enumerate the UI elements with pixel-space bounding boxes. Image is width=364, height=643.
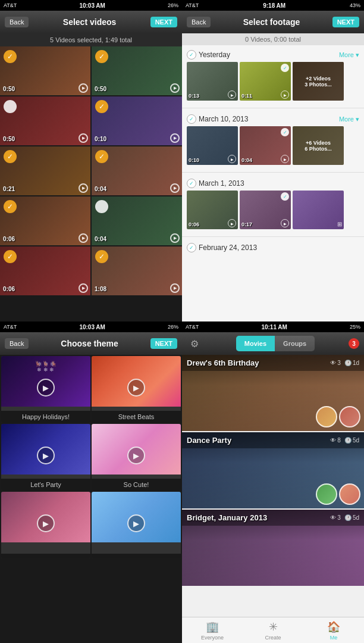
carrier-4: AT&T [186, 324, 199, 330]
back-button-3[interactable]: Back [5, 338, 29, 349]
footage-thumb-y3[interactable]: +2 Videos 3 Photos... [293, 62, 344, 101]
status-bar-1: AT&T 10:03 AM 26% [0, 0, 182, 11]
tab-movies[interactable]: Movies [236, 336, 275, 351]
section-header-feb24: ✓ February 24, 2013 [187, 241, 359, 255]
everyone-icon: 🏢 [206, 620, 219, 633]
carrier-2: AT&T [186, 2, 199, 8]
tab-bar-me[interactable]: 🏠 Me [303, 617, 364, 643]
theme-love[interactable]: ▶ [1, 492, 90, 558]
video-thumb-7[interactable]: ✓ 0:06 ▶ [0, 196, 90, 245]
back-button-1[interactable]: Back [5, 17, 29, 27]
footage-row-yesterday: 0:13 ▶ ✓ 0:11 ▶ +2 Videos 3 Photos... [187, 62, 359, 104]
divider-1 [182, 108, 364, 108]
section-date-march1: March 1, 2013 [199, 179, 244, 188]
nav-title-2: Select footage [211, 17, 332, 27]
next-button-1[interactable]: NEXT [150, 17, 177, 27]
ft-more-photos-y3: 3 Photos... [305, 82, 332, 88]
next-button-3[interactable]: NEXT [150, 338, 177, 349]
time-1: 10:03 AM [79, 2, 105, 9]
status-bar-3: AT&T 10:03 AM 26% [0, 322, 182, 332]
movie-meta-1: 👁 3 🕐 1d [330, 360, 359, 366]
section-header-march1: ✓ March 1, 2013 [187, 176, 359, 191]
check-3 [4, 100, 17, 113]
more-btn-march10[interactable]: More ▾ [339, 116, 359, 123]
duration-2: 0:50 [95, 86, 106, 92]
footage-thumb-y2[interactable]: ✓ 0:11 ▶ [240, 62, 291, 101]
movie-days-1: 🕐 1d [344, 360, 359, 366]
section-date-march10: March 10, 2013 [199, 115, 248, 123]
video-thumb-8[interactable]: 0:04 ▶ [92, 196, 182, 245]
movie-meta-3: 👁 3 🕐 5d [330, 514, 359, 521]
video-thumb-9[interactable]: ✓ 0:06 ▶ [0, 246, 90, 295]
nav-title-1: Select videos [29, 17, 150, 27]
theme-street-beats[interactable]: ▶ Street Beats [92, 356, 181, 423]
footage-scroll[interactable]: ✓ Yesterday More ▾ 0:13 ▶ ✓ 0:11 ▶ +2 Vi… [182, 45, 364, 317]
footage-thumb-r1[interactable]: 0:06 ▶ [187, 191, 238, 229]
video-thumb-1[interactable]: ✓ 0:50 ▶ [0, 46, 90, 95]
play-icon-7: ▶ [79, 233, 88, 243]
next-button-2[interactable]: NEXT [332, 17, 359, 27]
footage-thumb-m3[interactable]: +6 Videos 6 Photos... [293, 126, 344, 165]
check-text-march10: ✓ March 10, 2013 [187, 114, 248, 124]
ft-more-videos-m3: +6 Videos [306, 140, 331, 146]
movie-item-dance-party[interactable]: Dance Party 👁 8 🕐 5d [182, 432, 364, 508]
footage-section-march1: ✓ March 1, 2013 0:06 ▶ ✓ 0:17 ▶ ⊞ [182, 174, 364, 235]
footage-thumb-y1[interactable]: 0:13 ▶ [187, 62, 238, 101]
status-bar-2: AT&T 9:18 AM 43% [182, 0, 364, 11]
video-thumb-10[interactable]: ✓ 1:08 ▶ [92, 246, 182, 295]
select-videos-panel: AT&T 10:03 AM 26% Back Select videos NEX… [0, 0, 182, 322]
more-btn-yesterday[interactable]: More ▾ [339, 51, 359, 59]
tab-bar-create[interactable]: ✳ Create [243, 617, 303, 643]
everyone-label: Everyone [201, 635, 224, 641]
footage-thumb-m1[interactable]: 0:10 ▶ [187, 126, 238, 165]
section-check-yesterday[interactable]: ✓ [187, 50, 196, 60]
video-thumb-5[interactable]: ✓ 0:21 ▶ [0, 146, 90, 195]
divider-2 [182, 172, 364, 173]
duration-10: 1:08 [95, 286, 106, 292]
section-check-march1[interactable]: ✓ [187, 179, 196, 188]
battery-2: 43% [350, 2, 360, 8]
play-icon-10: ▶ [170, 283, 180, 293]
carrier-1: AT&T [4, 2, 17, 8]
footage-row-march10: 0:10 ▶ ✓ 0:04 ▶ +6 Videos 6 Photos... [187, 126, 359, 168]
movies-list[interactable]: Drew's 6th Birthday 👁 3 🕐 1d Dance Party… [182, 355, 364, 617]
movie-item-drews-birthday[interactable]: Drew's 6th Birthday 👁 3 🕐 1d [182, 355, 364, 431]
duration-7: 0:06 [3, 236, 15, 242]
theme-play-3: ▶ [37, 447, 55, 464]
movie-title-3: Bridget, January 2013 [187, 513, 267, 522]
video-thumb-4[interactable]: ✓ 0:10 ▶ [92, 96, 182, 145]
notification-badge: 3 [349, 338, 359, 349]
video-thumb-6[interactable]: ✓ 0:04 ▶ [92, 146, 182, 195]
footage-section-march10: ✓ March 10, 2013 More ▾ 0:10 ▶ ✓ 0:04 ▶ … [182, 110, 364, 171]
play-icon-8: ▶ [170, 233, 180, 243]
theme-happy-holidays[interactable]: 🦌 🦌 🦌❄ ❄ ❄ ▶ Happy Holidays! [1, 356, 90, 423]
footage-thumb-m2[interactable]: ✓ 0:04 ▶ [240, 126, 291, 165]
footage-thumb-r2[interactable]: ✓ 0:17 ▶ [240, 191, 291, 229]
ft-check-m2: ✓ [281, 128, 289, 136]
play-icon-9: ▶ [79, 283, 88, 293]
battery-4: 25% [350, 324, 360, 330]
tab-bar-everyone[interactable]: 🏢 Everyone [182, 617, 243, 643]
check-10: ✓ [95, 250, 108, 263]
status-bar-4: AT&T 10:11 AM 25% [182, 322, 364, 332]
video-grid: ✓ 0:50 ▶ ✓ 0:50 ▶ 0:50 ▶ ✓ 0:10 ▶ ✓ 0:21… [0, 46, 182, 295]
video-thumb-3[interactable]: 0:50 ▶ [0, 96, 90, 145]
check-8 [95, 200, 108, 213]
time-3: 10:03 AM [79, 324, 105, 330]
theme-lets-party[interactable]: ▶ Let's Party [1, 424, 90, 491]
theme-sky[interactable]: ▶ [92, 492, 181, 558]
battery-3: 26% [168, 324, 178, 330]
movie-item-bridget[interactable]: Bridget, January 2013 👁 3 🕐 5d [182, 510, 364, 586]
duration-9: 0:06 [3, 286, 15, 292]
back-button-2[interactable]: Back [187, 17, 211, 27]
check-6: ✓ [95, 150, 108, 163]
video-thumb-2[interactable]: ✓ 0:50 ▶ [92, 46, 182, 95]
play-icon-6: ▶ [170, 183, 180, 193]
tab-groups[interactable]: Groups [275, 336, 315, 351]
gear-button[interactable]: ⚙ [187, 336, 202, 351]
section-check-march10[interactable]: ✓ [187, 114, 196, 124]
section-check-feb24[interactable]: ✓ [187, 243, 196, 252]
theme-label-3: Let's Party [1, 479, 90, 491]
footage-thumb-r3[interactable]: ⊞ [293, 191, 344, 229]
theme-so-cute[interactable]: ▶ So Cute! [92, 424, 181, 491]
